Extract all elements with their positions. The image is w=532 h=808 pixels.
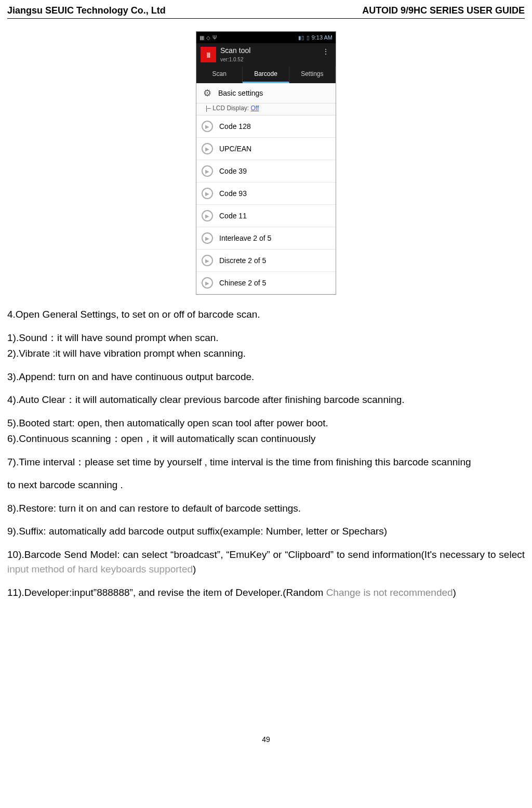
app-version: ver:1.0.52 — [220, 57, 243, 62]
row-label: Code 39 — [219, 167, 247, 175]
battery-icon: ▯ — [307, 35, 310, 41]
lcd-prefix: |– LCD Display: — [206, 105, 250, 112]
row-label: Chinese 2 of 5 — [219, 279, 266, 287]
p11-text: 11).Developer:input”888888”, and revise … — [7, 587, 326, 598]
paragraph-4-9: 9).Suffix: automatically add barcode out… — [7, 524, 525, 539]
row-label: Interleave 2 of 5 — [219, 234, 271, 242]
paragraph-4-4: 4).Auto Clear：it will automatically clea… — [7, 393, 525, 408]
paragraph-4-1: 1).Sound：it will have sound prompt when … — [7, 331, 525, 346]
lcd-display-subrow: |– LCD Display: Off — [196, 103, 336, 115]
app-title-bar: |||| Scan tool ver:1.0.52 ⋮ — [196, 43, 336, 66]
usb-icon: Ψ — [212, 35, 217, 41]
header-right: AUTOID 9/9HC SERIES USER GUIDE — [362, 5, 525, 16]
paragraph-4-5: 5).Booted start: open, then automaticall… — [7, 416, 525, 431]
p10-text: 10).Barcode Send Model: can select “broa… — [7, 549, 525, 560]
row-code-11[interactable]: ▶ Code 11 — [196, 205, 336, 227]
app-title-main: Scan tool — [220, 46, 250, 55]
page: Jiangsu SEUIC Technology Co., Ltd AUTOID… — [0, 0, 532, 759]
row-label: Discrete 2 of 5 — [219, 256, 266, 265]
row-discrete-2of5[interactable]: ▶ Discrete 2 of 5 — [196, 250, 336, 272]
clock: 9:13 AM — [312, 34, 332, 41]
row-upc-ean[interactable]: ▶ UPC/EAN — [196, 138, 336, 160]
p11-gray: Change is not recommended — [326, 587, 453, 598]
basic-settings-label: Basic settings — [218, 89, 263, 97]
row-label: Code 93 — [219, 189, 247, 198]
basic-settings-row[interactable]: ⚙ Basic settings — [196, 83, 336, 103]
notification-app-icon: ▦ — [200, 35, 204, 41]
phone-screenshot: ▦ ◇ Ψ ▮▯ ▯ 9:13 AM |||| Scan tool ver:1.… — [196, 31, 336, 295]
paragraph-4-10: 10).Barcode Send Model: can select “broa… — [7, 548, 525, 577]
row-code-39[interactable]: ▶ Code 39 — [196, 160, 336, 183]
expand-icon: ▶ — [202, 121, 213, 132]
tab-settings[interactable]: Settings — [289, 66, 336, 83]
p10-gray: input method of hard keyboards supported — [7, 564, 193, 575]
expand-icon: ▶ — [202, 188, 213, 199]
paragraph-4: 4.Open General Settings, to set on or of… — [7, 307, 525, 322]
p10-end: ) — [193, 564, 196, 575]
screenshot-figure: ▦ ◇ Ψ ▮▯ ▯ 9:13 AM |||| Scan tool ver:1.… — [7, 31, 525, 295]
expand-icon: ▶ — [202, 143, 213, 154]
expand-icon: ▶ — [202, 277, 213, 289]
row-code-93[interactable]: ▶ Code 93 — [196, 183, 336, 205]
lcd-value-link[interactable]: Off — [250, 105, 259, 112]
gear-icon: ⚙ — [202, 87, 213, 99]
row-chinese-2of5[interactable]: ▶ Chinese 2 of 5 — [196, 272, 336, 294]
signal-icon: ▮▯ — [298, 35, 304, 41]
row-label: Code 128 — [219, 122, 251, 131]
row-code-128[interactable]: ▶ Code 128 — [196, 115, 336, 138]
statusbar-left-icons: ▦ ◇ Ψ — [200, 35, 217, 41]
paragraph-4-7a: 7).Time interval：please set time by your… — [7, 455, 525, 470]
menu-overflow-icon[interactable]: ⋮ — [322, 47, 329, 56]
tab-barcode[interactable]: Barcode — [243, 66, 289, 83]
page-header: Jiangsu SEUIC Technology Co., Ltd AUTOID… — [7, 5, 525, 19]
paragraph-4-2: 2).Vibrate :it will have vibration promp… — [7, 346, 525, 361]
expand-icon: ▶ — [202, 165, 213, 177]
expand-icon: ▶ — [202, 255, 213, 266]
expand-icon: ▶ — [202, 210, 213, 221]
tab-bar: Scan Barcode Settings — [196, 66, 336, 83]
paragraph-4-11: 11).Developer:input”888888”, and revise … — [7, 585, 525, 601]
statusbar-right: ▮▯ ▯ 9:13 AM — [298, 34, 332, 41]
row-label: UPC/EAN — [219, 145, 251, 153]
tab-scan[interactable]: Scan — [196, 66, 243, 83]
paragraph-4-7b: to next barcode scanning . — [7, 478, 525, 493]
p11-end: ) — [453, 587, 456, 598]
document-body-text: 4.Open General Settings, to set on or of… — [7, 307, 525, 600]
paragraph-4-3: 3).Append: turn on and have continuous o… — [7, 370, 525, 385]
app-title-text: Scan tool ver:1.0.52 — [220, 46, 250, 63]
expand-icon: ▶ — [202, 232, 213, 244]
page-number: 49 — [7, 735, 525, 744]
row-label: Code 11 — [219, 212, 247, 220]
paragraph-4-8: 8).Restore: turn it on and can restore t… — [7, 501, 525, 516]
barcode-icon: |||| — [201, 47, 216, 62]
header-left: Jiangsu SEUIC Technology Co., Ltd — [7, 5, 166, 16]
row-interleave-2of5[interactable]: ▶ Interleave 2 of 5 — [196, 227, 336, 250]
paragraph-4-6: 6).Continuous scanning：open，it will auto… — [7, 432, 525, 447]
android-statusbar: ▦ ◇ Ψ ▮▯ ▯ 9:13 AM — [196, 32, 336, 43]
sim-icon: ◇ — [206, 35, 210, 41]
